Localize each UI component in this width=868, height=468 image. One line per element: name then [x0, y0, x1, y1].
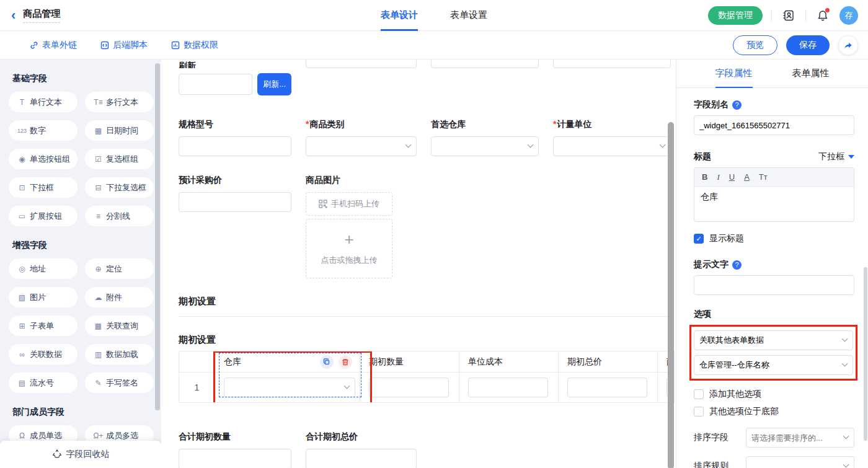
sidebar-item-multi-dropdown[interactable]: ⊟下拉复选框 [85, 177, 154, 198]
subform-field[interactable]: 期初设置 仓库 [179, 334, 676, 403]
underline-button[interactable]: U [729, 172, 735, 182]
warehouse-cell[interactable] [215, 373, 360, 402]
sort-rule-select[interactable] [746, 456, 854, 468]
sidebar-item-subform[interactable]: ⊞子表单 [9, 316, 78, 336]
section-divider-field[interactable]: 期初设置 [179, 296, 676, 317]
sidebar-item-dropdown[interactable]: ⊡下拉框 [9, 177, 78, 198]
warehouse-select[interactable] [224, 377, 355, 397]
total-initial-price-input[interactable] [306, 449, 417, 468]
clipped-field-input[interactable] [306, 60, 417, 68]
field-total-initial-price[interactable]: 合计期初总价 [306, 431, 417, 468]
sidebar-item-single-line-text[interactable]: T单行文本 [9, 92, 78, 112]
sidebar-item-linked-query[interactable]: ▩关联查询 [85, 316, 154, 336]
initial-qty-input[interactable] [369, 377, 449, 397]
widget-type-dropdown[interactable]: 下拉框 [818, 151, 854, 162]
unit-cost-cell[interactable] [459, 373, 559, 402]
sidebar-item-checkbox-group[interactable]: ☑复选框组 [85, 149, 154, 169]
option-source-select[interactable] [694, 330, 853, 350]
data-permission-link[interactable]: 数据权限 [171, 40, 218, 51]
sidebar-item-divider[interactable]: ≡分割线 [85, 206, 154, 226]
scan-upload-button[interactable]: 手机扫码上传 [306, 192, 392, 216]
font-color-button[interactable]: A [744, 172, 750, 182]
sidebar-item-extend-button[interactable]: ▭扩展按钮 [9, 206, 78, 226]
field-recycle-bin[interactable]: 字段回收站 [0, 441, 161, 468]
required-mark: * [553, 119, 556, 129]
sidebar-item-signature[interactable]: ✎手写签名 [85, 373, 154, 393]
sidebar-scrollbar[interactable] [155, 63, 160, 410]
estimated-price-input[interactable] [179, 192, 291, 212]
placeholder-input[interactable] [694, 275, 854, 295]
field-alias-input[interactable] [694, 115, 854, 135]
initial-total-cell[interactable] [559, 373, 658, 402]
bold-button[interactable]: B [702, 172, 707, 182]
notification-bell-icon[interactable] [815, 7, 831, 24]
unit-of-measure-select[interactable] [553, 136, 671, 156]
sidebar-item-radio-group[interactable]: ◉单选按钮组 [9, 149, 78, 169]
clipped-field-input[interactable] [553, 60, 671, 68]
total-initial-qty-input[interactable] [179, 449, 291, 468]
other-option-bottom-row[interactable]: 其他选项位于底部 [694, 406, 854, 417]
sidebar-item-serial-number[interactable]: ▤流水号 [9, 373, 78, 393]
share-button[interactable] [838, 35, 858, 55]
tab-form-properties[interactable]: 表单属性 [792, 60, 830, 88]
column-header-warehouse[interactable]: 仓库 [215, 351, 360, 372]
field-product-image[interactable]: 商品图片 手机扫码上传 + 点击或拖拽上传 [306, 175, 392, 278]
tab-form-settings[interactable]: 表单设置 [450, 0, 487, 31]
product-category-select[interactable] [306, 136, 417, 156]
spec-model-input[interactable] [179, 136, 291, 156]
field-total-initial-qty[interactable]: 合计期初数量 [179, 431, 291, 468]
tab-form-design[interactable]: 表单设计 [381, 0, 418, 31]
sidebar-item-linked-data[interactable]: ∞关联数据 [9, 344, 78, 364]
form-external-link[interactable]: 表单外链 [30, 40, 77, 51]
help-icon[interactable]: ? [732, 260, 742, 270]
sidebar-item-location[interactable]: ⊕定位 [85, 258, 154, 279]
sidebar-item-data-load[interactable]: ▥数据加载 [85, 344, 154, 364]
copy-column-button[interactable] [320, 355, 334, 369]
field-estimated-price[interactable]: 预计采购价 [179, 175, 291, 278]
show-title-checkbox-row[interactable]: ✓ 显示标题 [694, 233, 854, 244]
field-unit-of-measure[interactable]: *计量单位 [553, 119, 671, 156]
add-other-option-row[interactable]: 添加其他选项 [694, 389, 854, 400]
sidebar-item-address[interactable]: ◎地址 [9, 258, 78, 279]
field-product-category[interactable]: *商品类别 [306, 119, 417, 156]
sidebar-item-attachment[interactable]: ☁附件 [85, 287, 154, 307]
data-manage-button[interactable]: 数据管理 [708, 6, 763, 25]
column-header-initial-qty[interactable]: 期初数量 [360, 351, 459, 372]
clipped-field-input[interactable] [431, 60, 539, 68]
sidebar-item-image[interactable]: ▨图片 [9, 287, 78, 307]
sidebar-item-datetime[interactable]: ▦日期时间 [85, 120, 154, 141]
canvas-scrollbar[interactable] [668, 122, 674, 468]
column-header-unit-cost[interactable]: 单位成本 [459, 351, 559, 372]
initial-qty-cell[interactable] [360, 373, 459, 402]
sort-field-select[interactable] [746, 428, 854, 448]
drag-drop-upload-area[interactable]: + 点击或拖拽上传 [306, 219, 392, 278]
sidebar-item-multi-line-text[interactable]: T≡多行文本 [85, 92, 154, 112]
preferred-warehouse-select[interactable] [431, 136, 539, 156]
sidebar-item-number[interactable]: 123数字 [9, 120, 78, 141]
back-chevron-icon[interactable]: ‹ [10, 9, 17, 22]
tab-field-properties[interactable]: 字段属性 [715, 60, 753, 88]
italic-button[interactable]: I [717, 172, 719, 182]
save-button[interactable]: 保存 [786, 35, 830, 55]
option-field-select[interactable] [694, 355, 853, 375]
preview-button[interactable]: 预览 [733, 35, 777, 55]
delete-column-button[interactable] [339, 355, 352, 369]
unit-cost-input[interactable] [468, 377, 548, 397]
refresh-button[interactable]: 刷新... [257, 73, 291, 95]
font-size-button[interactable]: Tᴛ [759, 172, 768, 182]
form-title[interactable]: 商品管理 [23, 8, 60, 23]
field-preferred-warehouse[interactable]: 首选仓库 [431, 119, 539, 156]
field-spec-model[interactable]: 规格型号 [179, 119, 291, 156]
checkbox-unchecked-icon[interactable] [694, 407, 704, 417]
checkbox-checked-icon[interactable]: ✓ [694, 234, 704, 244]
panel-scrollbar[interactable] [864, 267, 867, 441]
avatar[interactable]: 存 [839, 6, 858, 25]
column-header-initial-total[interactable]: 期初总价 [559, 351, 658, 372]
help-icon[interactable]: ? [732, 100, 742, 110]
backend-script-link[interactable]: 后端脚本 [100, 40, 148, 51]
refresh-field-input[interactable] [179, 74, 252, 95]
checkbox-unchecked-icon[interactable] [694, 389, 704, 399]
title-value[interactable]: 仓库 [694, 187, 854, 221]
contacts-book-icon[interactable] [781, 7, 797, 24]
initial-total-input[interactable] [567, 377, 647, 397]
